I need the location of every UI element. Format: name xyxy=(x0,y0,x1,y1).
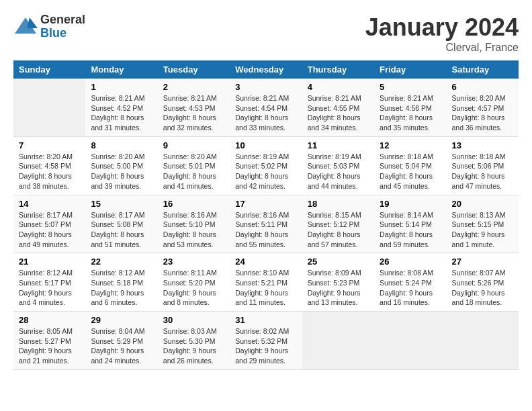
day-cell: 8 Sunrise: 8:20 AMSunset: 5:00 PMDayligh… xyxy=(85,136,157,195)
day-info: Sunrise: 8:02 AMSunset: 5:32 PMDaylight:… xyxy=(235,326,296,366)
weekday-sunday: Sunday xyxy=(13,60,85,79)
day-cell: 2 Sunrise: 8:21 AMSunset: 4:53 PMDayligh… xyxy=(158,79,230,136)
day-number: 22 xyxy=(91,257,152,267)
weekday-thursday: Thursday xyxy=(302,60,374,79)
calendar-table: SundayMondayTuesdayWednesdayThursdayFrid… xyxy=(13,60,519,370)
week-row-5: 28 Sunrise: 8:05 AMSunset: 5:27 PMDaylig… xyxy=(13,312,519,370)
page-header: General Blue January 2024 Clerval, Franc… xyxy=(13,13,519,54)
day-info: Sunrise: 8:09 AMSunset: 5:23 PMDaylight:… xyxy=(308,268,369,308)
day-cell: 26 Sunrise: 8:08 AMSunset: 5:24 PMDaylig… xyxy=(374,253,446,312)
title-area: January 2024 Clerval, France xyxy=(365,13,519,54)
day-info: Sunrise: 8:10 AMSunset: 5:21 PMDaylight:… xyxy=(235,268,296,308)
day-number: 30 xyxy=(163,315,224,325)
day-cell: 17 Sunrise: 8:16 AMSunset: 5:11 PMDaylig… xyxy=(230,195,302,253)
day-cell xyxy=(302,312,374,370)
month-title: January 2024 xyxy=(365,13,519,42)
day-number: 23 xyxy=(163,257,224,267)
day-number: 28 xyxy=(19,315,80,325)
day-cell: 16 Sunrise: 8:16 AMSunset: 5:10 PMDaylig… xyxy=(158,195,230,253)
day-number: 6 xyxy=(452,82,513,92)
day-cell: 7 Sunrise: 8:20 AMSunset: 4:58 PMDayligh… xyxy=(13,136,85,195)
day-info: Sunrise: 8:08 AMSunset: 5:24 PMDaylight:… xyxy=(380,268,441,308)
day-number: 2 xyxy=(163,82,224,92)
day-cell: 10 Sunrise: 8:19 AMSunset: 5:02 PMDaylig… xyxy=(230,136,302,195)
day-info: Sunrise: 8:17 AMSunset: 5:08 PMDaylight:… xyxy=(91,210,152,250)
day-number: 29 xyxy=(91,315,152,325)
day-info: Sunrise: 8:14 AMSunset: 5:14 PMDaylight:… xyxy=(380,210,441,250)
day-cell: 24 Sunrise: 8:10 AMSunset: 5:21 PMDaylig… xyxy=(230,253,302,312)
day-cell: 28 Sunrise: 8:05 AMSunset: 5:27 PMDaylig… xyxy=(13,312,85,370)
day-number: 14 xyxy=(19,199,80,209)
day-number: 7 xyxy=(19,140,80,150)
day-number: 16 xyxy=(163,199,224,209)
week-row-3: 14 Sunrise: 8:17 AMSunset: 5:07 PMDaylig… xyxy=(13,195,519,253)
day-info: Sunrise: 8:15 AMSunset: 5:12 PMDaylight:… xyxy=(308,210,369,250)
day-info: Sunrise: 8:21 AMSunset: 4:55 PMDaylight:… xyxy=(308,93,369,133)
logo-icon xyxy=(13,15,38,39)
weekday-tuesday: Tuesday xyxy=(158,60,230,79)
day-cell: 1 Sunrise: 8:21 AMSunset: 4:52 PMDayligh… xyxy=(85,79,157,136)
day-number: 26 xyxy=(380,257,441,267)
day-number: 24 xyxy=(235,257,296,267)
day-cell: 22 Sunrise: 8:12 AMSunset: 5:18 PMDaylig… xyxy=(85,253,157,312)
day-info: Sunrise: 8:11 AMSunset: 5:20 PMDaylight:… xyxy=(163,268,224,308)
day-info: Sunrise: 8:04 AMSunset: 5:29 PMDaylight:… xyxy=(91,326,152,366)
weekday-friday: Friday xyxy=(374,60,446,79)
day-info: Sunrise: 8:18 AMSunset: 5:06 PMDaylight:… xyxy=(452,152,513,191)
day-info: Sunrise: 8:12 AMSunset: 5:17 PMDaylight:… xyxy=(19,268,80,308)
calendar-body: 1 Sunrise: 8:21 AMSunset: 4:52 PMDayligh… xyxy=(13,79,519,369)
day-cell: 6 Sunrise: 8:20 AMSunset: 4:57 PMDayligh… xyxy=(447,79,519,136)
day-number: 5 xyxy=(380,82,441,92)
logo-blue: Blue xyxy=(40,27,85,40)
weekday-header-row: SundayMondayTuesdayWednesdayThursdayFrid… xyxy=(13,60,519,79)
day-number: 9 xyxy=(163,140,224,150)
day-cell: 27 Sunrise: 8:07 AMSunset: 5:26 PMDaylig… xyxy=(447,253,519,312)
day-number: 20 xyxy=(452,199,513,209)
day-info: Sunrise: 8:21 AMSunset: 4:54 PMDaylight:… xyxy=(235,93,296,133)
day-cell: 21 Sunrise: 8:12 AMSunset: 5:17 PMDaylig… xyxy=(13,253,85,312)
day-number: 3 xyxy=(235,82,296,92)
calendar-header: SundayMondayTuesdayWednesdayThursdayFrid… xyxy=(13,60,519,79)
day-cell: 20 Sunrise: 8:13 AMSunset: 5:15 PMDaylig… xyxy=(447,195,519,253)
day-number: 11 xyxy=(308,140,369,150)
day-info: Sunrise: 8:20 AMSunset: 5:00 PMDaylight:… xyxy=(91,152,152,191)
day-number: 10 xyxy=(235,140,296,150)
day-cell: 14 Sunrise: 8:17 AMSunset: 5:07 PMDaylig… xyxy=(13,195,85,253)
day-cell: 19 Sunrise: 8:14 AMSunset: 5:14 PMDaylig… xyxy=(374,195,446,253)
day-info: Sunrise: 8:21 AMSunset: 4:53 PMDaylight:… xyxy=(163,93,224,133)
day-cell: 30 Sunrise: 8:03 AMSunset: 5:30 PMDaylig… xyxy=(158,312,230,370)
day-info: Sunrise: 8:20 AMSunset: 5:01 PMDaylight:… xyxy=(163,152,224,191)
week-row-2: 7 Sunrise: 8:20 AMSunset: 4:58 PMDayligh… xyxy=(13,136,519,195)
day-info: Sunrise: 8:19 AMSunset: 5:02 PMDaylight:… xyxy=(235,152,296,191)
day-number: 15 xyxy=(91,199,152,209)
day-cell: 12 Sunrise: 8:18 AMSunset: 5:04 PMDaylig… xyxy=(374,136,446,195)
day-cell: 23 Sunrise: 8:11 AMSunset: 5:20 PMDaylig… xyxy=(158,253,230,312)
logo: General Blue xyxy=(13,13,85,40)
day-info: Sunrise: 8:19 AMSunset: 5:03 PMDaylight:… xyxy=(308,152,369,191)
day-cell: 15 Sunrise: 8:17 AMSunset: 5:08 PMDaylig… xyxy=(85,195,157,253)
day-number: 27 xyxy=(452,257,513,267)
day-info: Sunrise: 8:12 AMSunset: 5:18 PMDaylight:… xyxy=(91,268,152,308)
day-cell xyxy=(447,312,519,370)
day-info: Sunrise: 8:03 AMSunset: 5:30 PMDaylight:… xyxy=(163,326,224,366)
day-cell: 11 Sunrise: 8:19 AMSunset: 5:03 PMDaylig… xyxy=(302,136,374,195)
day-number: 13 xyxy=(452,140,513,150)
week-row-4: 21 Sunrise: 8:12 AMSunset: 5:17 PMDaylig… xyxy=(13,253,519,312)
day-cell: 18 Sunrise: 8:15 AMSunset: 5:12 PMDaylig… xyxy=(302,195,374,253)
day-info: Sunrise: 8:13 AMSunset: 5:15 PMDaylight:… xyxy=(452,210,513,250)
day-info: Sunrise: 8:20 AMSunset: 4:58 PMDaylight:… xyxy=(19,152,80,191)
day-cell: 25 Sunrise: 8:09 AMSunset: 5:23 PMDaylig… xyxy=(302,253,374,312)
day-number: 31 xyxy=(235,315,296,325)
location: Clerval, France xyxy=(365,42,519,54)
day-cell: 13 Sunrise: 8:18 AMSunset: 5:06 PMDaylig… xyxy=(447,136,519,195)
day-info: Sunrise: 8:17 AMSunset: 5:07 PMDaylight:… xyxy=(19,210,80,250)
day-number: 17 xyxy=(235,199,296,209)
day-cell: 31 Sunrise: 8:02 AMSunset: 5:32 PMDaylig… xyxy=(230,312,302,370)
day-cell xyxy=(374,312,446,370)
week-row-1: 1 Sunrise: 8:21 AMSunset: 4:52 PMDayligh… xyxy=(13,79,519,136)
day-number: 18 xyxy=(308,199,369,209)
weekday-wednesday: Wednesday xyxy=(230,60,302,79)
day-info: Sunrise: 8:16 AMSunset: 5:10 PMDaylight:… xyxy=(163,210,224,250)
day-cell: 9 Sunrise: 8:20 AMSunset: 5:01 PMDayligh… xyxy=(158,136,230,195)
logo-text: General Blue xyxy=(40,13,85,40)
